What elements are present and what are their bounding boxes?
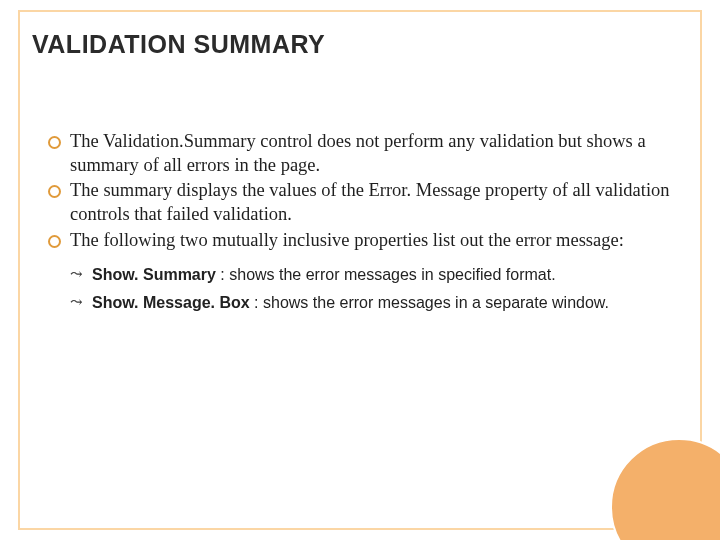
bullet-item: The Validation.Summary control does not …	[48, 130, 672, 177]
sub-bullet-lead: Show. Summary	[92, 266, 216, 283]
slide-title: VALIDATION SUMMARY	[32, 30, 325, 59]
sub-bullet-list: Show. Summary : shows the error messages…	[70, 264, 672, 313]
slide-content: The Validation.Summary control does not …	[48, 130, 672, 320]
sub-bullet-rest: : shows the error messages in specified …	[216, 266, 556, 283]
sub-bullet-item: Show. Summary : shows the error messages…	[70, 264, 672, 286]
bullet-list: The Validation.Summary control does not …	[48, 130, 672, 252]
sub-bullet-rest: : shows the error messages in a separate…	[250, 294, 609, 311]
sub-bullet-item: Show. Message. Box : shows the error mes…	[70, 292, 672, 314]
bullet-item: The following two mutually inclusive pro…	[48, 229, 672, 253]
sub-bullet-lead: Show. Message. Box	[92, 294, 250, 311]
bullet-item: The summary displays the values of the E…	[48, 179, 672, 226]
slide-frame: VALIDATION SUMMARY The Validation.Summar…	[18, 10, 702, 530]
decorative-circle-icon	[610, 438, 720, 540]
